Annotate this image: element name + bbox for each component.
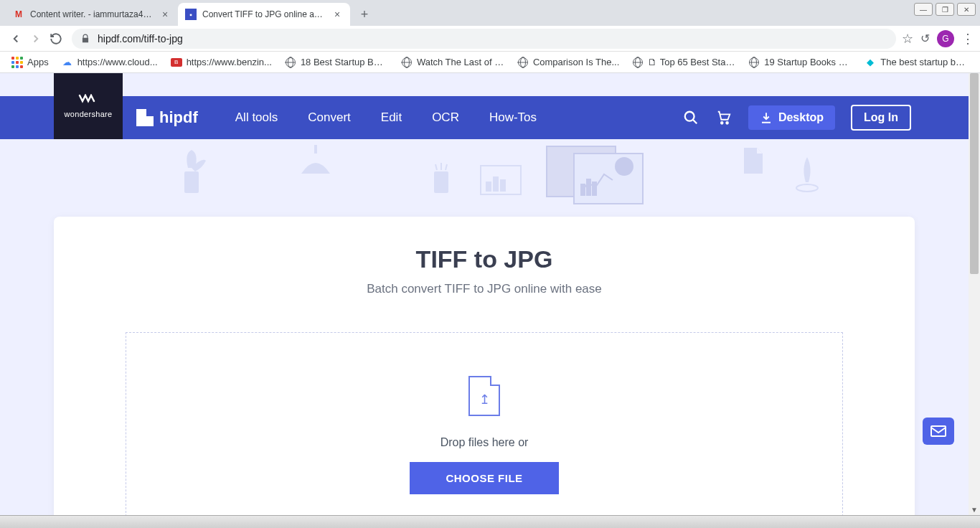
bookmark-label: https://www.cloud... — [77, 57, 158, 67]
browser-tab-hipdf[interactable]: ▪ Convert TIFF to JPG online and fr × — [178, 3, 350, 26]
nav-convert[interactable]: Convert — [308, 110, 351, 125]
document-icon — [743, 146, 764, 175]
drop-text: Drop files here or — [440, 436, 529, 449]
gmail-favicon-icon: M — [13, 9, 24, 20]
browser-toolbar: hipdf.com/tiff-to-jpg ☆ ↺ G ⋮ — [0, 26, 980, 52]
tab-close-icon[interactable]: × — [331, 9, 343, 20]
new-tab-button[interactable]: + — [354, 4, 374, 24]
desktop-button[interactable]: Desktop — [748, 105, 835, 130]
os-taskbar — [0, 515, 980, 528]
bookmark-comparison[interactable]: Comparison Is The... — [512, 54, 625, 71]
hipdf-logo-icon — [136, 109, 154, 126]
nav-ocr[interactable]: OCR — [432, 110, 459, 125]
svg-rect-8 — [494, 177, 498, 191]
svg-rect-10 — [547, 146, 616, 197]
bookmark-best[interactable]: ◆ The best startup bo... — [859, 54, 974, 71]
globe-icon — [748, 57, 760, 68]
diamond-icon: ◆ — [864, 57, 876, 68]
bookmark-startup-1[interactable]: 18 Best Startup Boo... — [279, 54, 394, 71]
nav-all-tools[interactable]: All tools — [235, 110, 278, 125]
bookmark-star-icon[interactable]: ☆ — [902, 31, 913, 47]
page-title: TIFF to JPG — [83, 245, 886, 273]
back-button[interactable] — [6, 29, 26, 49]
svg-rect-17 — [931, 426, 946, 436]
bookmark-benzin[interactable]: B https://www.benzin... — [165, 54, 278, 70]
nav-howtos[interactable]: How-Tos — [489, 110, 537, 125]
chart-large-icon — [545, 145, 646, 206]
nav-links: All tools Convert Edit OCR How-Tos — [235, 110, 537, 125]
search-icon[interactable] — [682, 109, 699, 126]
profile-avatar[interactable]: G — [937, 30, 954, 47]
svg-point-1 — [721, 122, 723, 124]
bookmark-label: Watch The Last of t... — [417, 57, 504, 67]
lamp-icon — [294, 145, 337, 181]
page-viewport: wondershare hipdf All tools Convert Edit… — [0, 73, 969, 515]
cloud-icon: ☁ — [62, 57, 73, 68]
file-dropzone[interactable]: ↥ Drop files here or CHOOSE FILE — [126, 332, 843, 515]
choose-file-button[interactable]: CHOOSE FILE — [410, 462, 558, 494]
cup-icon — [427, 161, 456, 197]
bookmarks-bar: Apps ☁ https://www.cloud... B https://ww… — [0, 52, 980, 73]
bookmark-label: 18 Best Startup Boo... — [301, 57, 388, 67]
window-close[interactable]: ✕ — [957, 3, 976, 16]
tab-title: Convert TIFF to JPG online and fr — [202, 9, 327, 19]
wondershare-logo-icon — [78, 94, 98, 107]
globe-icon — [632, 57, 644, 68]
pen-icon — [793, 154, 821, 193]
site-icon: B — [171, 58, 182, 67]
bookmark-cloud[interactable]: ☁ https://www.cloud... — [56, 54, 164, 71]
chrome-menu-icon[interactable]: ⋮ — [961, 31, 974, 47]
svg-point-2 — [726, 122, 728, 124]
vertical-scrollbar[interactable]: ▲ ▼ — [969, 73, 980, 515]
window-minimize[interactable]: — — [914, 3, 933, 16]
login-button[interactable]: Log In — [851, 105, 911, 131]
svg-rect-3 — [184, 171, 199, 193]
globe-icon — [517, 57, 529, 68]
plant-icon — [174, 146, 209, 197]
svg-rect-14 — [587, 179, 590, 195]
tab-title: Content writer. - iammurtaza4@g — [30, 9, 155, 19]
hipdf-logo[interactable]: hipdf — [136, 108, 198, 127]
wondershare-text: wondershare — [65, 110, 113, 118]
svg-rect-7 — [486, 182, 491, 191]
reload-button[interactable] — [46, 29, 66, 49]
svg-rect-15 — [593, 182, 596, 195]
apps-grid-icon — [11, 57, 23, 68]
bookmark-label: 🗋 Top 65 Best Start... — [648, 57, 735, 67]
desktop-label: Desktop — [778, 111, 824, 124]
nav-edit[interactable]: Edit — [381, 110, 402, 125]
svg-point-0 — [685, 112, 694, 121]
globe-icon — [401, 57, 413, 68]
scrollbar-thumb[interactable] — [970, 73, 979, 274]
tab-close-icon[interactable]: × — [159, 9, 171, 20]
bookmark-19books[interactable]: 19 Startup Books E... — [743, 54, 857, 71]
lock-icon — [80, 34, 90, 44]
svg-rect-5 — [434, 171, 448, 193]
bookmark-label: https://www.benzin... — [187, 57, 272, 67]
forward-button[interactable] — [26, 29, 46, 49]
svg-rect-9 — [501, 180, 505, 191]
converter-card: TIFF to JPG Batch convert TIFF to JPG on… — [54, 217, 915, 515]
window-maximize[interactable]: ❐ — [936, 3, 954, 16]
cart-icon[interactable] — [715, 109, 732, 126]
wondershare-brand[interactable]: wondershare — [54, 73, 123, 139]
bookmark-top65[interactable]: 🗋 Top 65 Best Start... — [626, 54, 741, 71]
tab-strip: M Content writer. - iammurtaza4@g × ▪ Co… — [0, 0, 980, 26]
history-icon[interactable]: ↺ — [920, 32, 930, 45]
address-bar[interactable]: hipdf.com/tiff-to-jpg — [72, 29, 896, 49]
chart-small-icon — [479, 164, 522, 197]
globe-icon — [285, 57, 296, 68]
hipdf-logo-text: hipdf — [159, 108, 198, 127]
upload-file-icon: ↥ — [468, 376, 500, 416]
bookmark-watch[interactable]: Watch The Last of t... — [395, 54, 510, 71]
scroll-down-arrow-icon[interactable]: ▼ — [969, 504, 980, 515]
bookmark-label: 19 Startup Books E... — [764, 57, 852, 67]
svg-point-12 — [616, 158, 633, 175]
bookmark-label: The best startup bo... — [880, 57, 968, 67]
apps-shortcut[interactable]: Apps — [6, 54, 55, 71]
browser-tab-gmail[interactable]: M Content writer. - iammurtaza4@g × — [6, 3, 178, 26]
svg-rect-4 — [314, 145, 317, 154]
bookmarks-overflow[interactable]: » — [975, 53, 980, 72]
svg-rect-13 — [581, 184, 585, 195]
feedback-button[interactable] — [923, 418, 954, 445]
